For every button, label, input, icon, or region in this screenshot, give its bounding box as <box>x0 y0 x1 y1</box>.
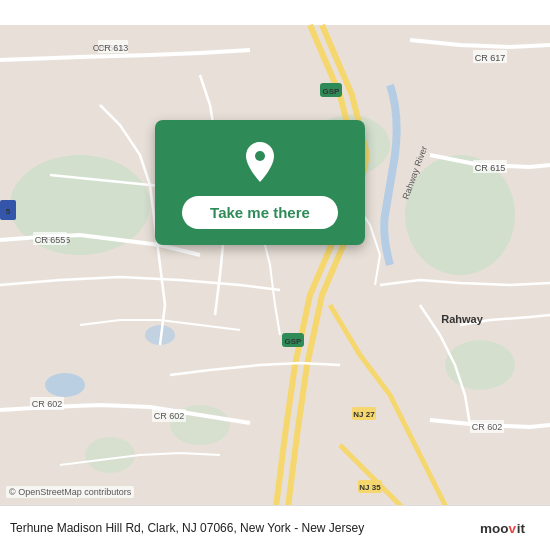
svg-text:GSP: GSP <box>323 87 341 96</box>
map-background: CR 613 CR 613 CR 617 CR 617 CR 615 CR 61… <box>0 0 550 550</box>
svg-text:NJ 35: NJ 35 <box>359 483 381 492</box>
svg-text:NJ 27: NJ 27 <box>353 410 375 419</box>
svg-text:CR 615: CR 615 <box>475 163 506 173</box>
svg-rect-0 <box>0 25 550 525</box>
svg-text:CR 617: CR 617 <box>475 53 506 63</box>
bottom-bar: Terhune Madison Hill Rd, Clark, NJ 07066… <box>0 505 550 550</box>
svg-text:v: v <box>509 521 517 536</box>
svg-text:CR 602: CR 602 <box>154 411 185 421</box>
svg-point-39 <box>255 151 265 161</box>
moovit-logo: moo v it <box>480 514 540 542</box>
svg-point-5 <box>85 437 135 473</box>
svg-text:CR 613: CR 613 <box>98 43 129 53</box>
action-card: Take me there <box>155 120 365 245</box>
svg-text:5: 5 <box>6 207 11 216</box>
moovit-logo-svg: moo v it <box>480 514 540 542</box>
svg-text:GSP: GSP <box>285 337 303 346</box>
svg-text:moo: moo <box>480 521 509 536</box>
location-pin-icon <box>236 138 284 186</box>
map-container: CR 613 CR 613 CR 617 CR 617 CR 615 CR 61… <box>0 0 550 550</box>
svg-text:CR 655: CR 655 <box>35 235 66 245</box>
svg-point-7 <box>45 373 85 397</box>
address-text: Terhune Madison Hill Rd, Clark, NJ 07066… <box>10 520 472 537</box>
osm-attribution: © OpenStreetMap contributors <box>6 486 134 498</box>
svg-text:CR 602: CR 602 <box>32 399 63 409</box>
take-me-there-button[interactable]: Take me there <box>182 196 338 229</box>
svg-text:Rahway: Rahway <box>441 313 483 325</box>
svg-text:it: it <box>517 521 526 536</box>
svg-text:CR 602: CR 602 <box>472 422 503 432</box>
